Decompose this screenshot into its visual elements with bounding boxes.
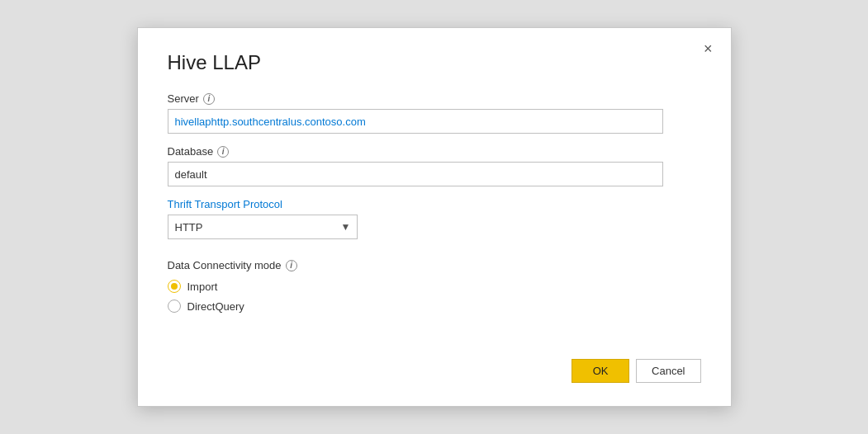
- connectivity-section: Data Connectivity mode i Import DirectQu…: [168, 259, 701, 313]
- cancel-button[interactable]: Cancel: [636, 359, 700, 383]
- connectivity-info-icon[interactable]: i: [286, 260, 297, 271]
- server-input[interactable]: [168, 109, 663, 134]
- database-input[interactable]: [168, 162, 663, 186]
- radio-import-button[interactable]: [168, 280, 181, 293]
- radio-import[interactable]: Import: [168, 280, 701, 293]
- radio-import-dot: [171, 283, 178, 290]
- dialog-title: Hive LLAP: [168, 51, 701, 74]
- dialog-overlay: × Hive LLAP Server i Database i Thrift T…: [0, 0, 868, 434]
- close-button[interactable]: ×: [699, 38, 718, 59]
- ok-button[interactable]: OK: [572, 359, 629, 383]
- radio-directquery[interactable]: DirectQuery: [168, 300, 701, 313]
- dialog: × Hive LLAP Server i Database i Thrift T…: [137, 27, 732, 407]
- connectivity-radio-group: Import DirectQuery: [168, 280, 701, 313]
- radio-directquery-label: DirectQuery: [187, 300, 244, 313]
- radio-import-label: Import: [187, 281, 218, 293]
- transport-label: Thrift Transport Protocol: [168, 198, 701, 210]
- transport-select-wrapper: HTTP Binary SASL ▼: [168, 215, 358, 239]
- server-info-icon[interactable]: i: [203, 93, 215, 105]
- dialog-footer: OK Cancel: [168, 339, 701, 383]
- server-label: Server i: [168, 92, 701, 105]
- database-info-icon[interactable]: i: [217, 146, 229, 158]
- transport-field-group: Thrift Transport Protocol HTTP Binary SA…: [168, 198, 701, 239]
- radio-directquery-button[interactable]: [168, 300, 181, 313]
- transport-select[interactable]: HTTP Binary SASL: [168, 215, 358, 239]
- database-field-group: Database i: [168, 145, 701, 186]
- connectivity-label: Data Connectivity mode i: [168, 259, 701, 271]
- database-label: Database i: [168, 145, 701, 158]
- server-field-group: Server i: [168, 92, 701, 134]
